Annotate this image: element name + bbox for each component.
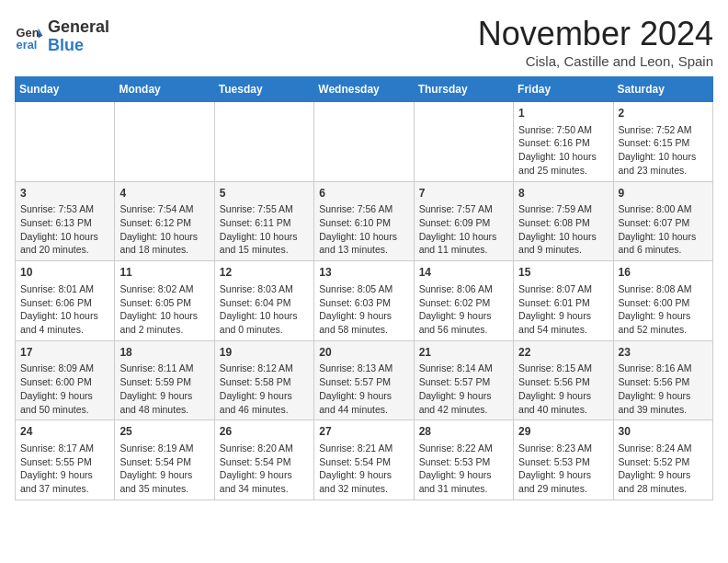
header-row: SundayMondayTuesdayWednesdayThursdayFrid…	[16, 77, 713, 102]
day-number: 10	[20, 265, 109, 281]
title-block: November 2024 Cisla, Castille and Leon, …	[478, 15, 713, 69]
day-number: 21	[419, 345, 508, 361]
calendar-cell: 7Sunrise: 7:57 AM Sunset: 6:09 PM Daylig…	[414, 181, 513, 261]
calendar-cell: 5Sunrise: 7:55 AM Sunset: 6:11 PM Daylig…	[214, 181, 313, 261]
calendar-cell: 27Sunrise: 8:21 AM Sunset: 5:54 PM Dayli…	[314, 420, 414, 500]
day-info: Sunrise: 8:08 AM Sunset: 6:00 PM Dayligh…	[619, 282, 708, 337]
day-info: Sunrise: 8:23 AM Sunset: 5:53 PM Dayligh…	[518, 442, 608, 496]
day-number: 14	[419, 265, 508, 281]
header-day: Friday	[514, 77, 613, 102]
calendar-cell: 12Sunrise: 8:03 AM Sunset: 6:04 PM Dayli…	[214, 261, 313, 341]
calendar-cell: 3Sunrise: 7:53 AM Sunset: 6:13 PM Daylig…	[16, 181, 115, 261]
logo: Gen eral General Blue	[15, 18, 109, 55]
day-info: Sunrise: 8:01 AM Sunset: 6:06 PM Dayligh…	[20, 282, 109, 337]
day-number: 26	[220, 424, 309, 440]
day-info: Sunrise: 8:11 AM Sunset: 5:59 PM Dayligh…	[119, 362, 209, 416]
calendar-cell: 16Sunrise: 8:08 AM Sunset: 6:00 PM Dayli…	[613, 261, 712, 341]
calendar-cell: 20Sunrise: 8:13 AM Sunset: 5:57 PM Dayli…	[314, 340, 414, 420]
day-info: Sunrise: 7:59 AM Sunset: 6:08 PM Dayligh…	[518, 202, 608, 257]
calendar-cell: 19Sunrise: 8:12 AM Sunset: 5:58 PM Dayli…	[214, 340, 313, 420]
day-info: Sunrise: 8:14 AM Sunset: 5:57 PM Dayligh…	[419, 362, 508, 416]
calendar-cell: 8Sunrise: 7:59 AM Sunset: 6:08 PM Daylig…	[514, 181, 613, 261]
day-number: 12	[220, 265, 309, 281]
logo-icon: Gen eral	[15, 22, 44, 52]
calendar-cell: 9Sunrise: 8:00 AM Sunset: 6:07 PM Daylig…	[613, 181, 712, 261]
day-info: Sunrise: 7:56 AM Sunset: 6:10 PM Dayligh…	[319, 202, 408, 257]
day-number: 3	[20, 186, 109, 201]
month-title: November 2024	[478, 15, 713, 53]
calendar-cell	[314, 102, 414, 182]
day-number: 7	[419, 186, 508, 201]
day-number: 22	[518, 345, 608, 361]
calendar-table: SundayMondayTuesdayWednesdayThursdayFrid…	[15, 76, 713, 500]
calendar-week: 3Sunrise: 7:53 AM Sunset: 6:13 PM Daylig…	[16, 181, 713, 261]
day-info: Sunrise: 7:55 AM Sunset: 6:11 PM Dayligh…	[220, 202, 309, 257]
day-number: 11	[119, 265, 209, 281]
calendar-header: SundayMondayTuesdayWednesdayThursdayFrid…	[16, 77, 713, 102]
day-info: Sunrise: 7:57 AM Sunset: 6:09 PM Dayligh…	[419, 202, 508, 257]
day-info: Sunrise: 8:05 AM Sunset: 6:03 PM Dayligh…	[319, 282, 408, 337]
day-number: 2	[619, 106, 708, 121]
logo-text: General Blue	[48, 18, 109, 55]
day-number: 23	[619, 345, 708, 361]
calendar-cell: 30Sunrise: 8:24 AM Sunset: 5:52 PM Dayli…	[613, 420, 712, 500]
location: Cisla, Castille and Leon, Spain	[478, 53, 713, 69]
calendar-cell	[115, 102, 214, 182]
calendar-cell: 2Sunrise: 7:52 AM Sunset: 6:15 PM Daylig…	[613, 102, 712, 182]
calendar-cell: 17Sunrise: 8:09 AM Sunset: 6:00 PM Dayli…	[16, 340, 115, 420]
calendar-cell: 18Sunrise: 8:11 AM Sunset: 5:59 PM Dayli…	[115, 340, 214, 420]
day-number: 17	[20, 345, 109, 361]
header-day: Tuesday	[214, 77, 313, 102]
calendar-week: 17Sunrise: 8:09 AM Sunset: 6:00 PM Dayli…	[16, 340, 713, 420]
day-number: 13	[319, 265, 408, 281]
calendar-cell: 21Sunrise: 8:14 AM Sunset: 5:57 PM Dayli…	[414, 340, 513, 420]
day-info: Sunrise: 8:00 AM Sunset: 6:07 PM Dayligh…	[619, 202, 708, 257]
day-info: Sunrise: 8:21 AM Sunset: 5:54 PM Dayligh…	[319, 442, 408, 496]
calendar-cell: 25Sunrise: 8:19 AM Sunset: 5:54 PM Dayli…	[115, 420, 214, 500]
calendar-cell: 4Sunrise: 7:54 AM Sunset: 6:12 PM Daylig…	[115, 181, 214, 261]
header-day: Sunday	[16, 77, 115, 102]
day-info: Sunrise: 7:54 AM Sunset: 6:12 PM Dayligh…	[119, 202, 209, 257]
day-info: Sunrise: 8:19 AM Sunset: 5:54 PM Dayligh…	[119, 442, 209, 496]
calendar-cell: 29Sunrise: 8:23 AM Sunset: 5:53 PM Dayli…	[514, 420, 613, 500]
calendar-cell	[414, 102, 513, 182]
calendar-week: 1Sunrise: 7:50 AM Sunset: 6:16 PM Daylig…	[16, 102, 713, 182]
day-number: 1	[518, 106, 608, 121]
svg-text:eral: eral	[17, 38, 38, 52]
day-number: 20	[319, 345, 408, 361]
calendar-cell	[214, 102, 313, 182]
calendar-week: 24Sunrise: 8:17 AM Sunset: 5:55 PM Dayli…	[16, 420, 713, 500]
day-number: 29	[518, 424, 608, 440]
day-info: Sunrise: 8:13 AM Sunset: 5:57 PM Dayligh…	[319, 362, 408, 416]
day-info: Sunrise: 7:53 AM Sunset: 6:13 PM Dayligh…	[20, 202, 109, 257]
calendar-cell: 15Sunrise: 8:07 AM Sunset: 6:01 PM Dayli…	[514, 261, 613, 341]
day-number: 4	[119, 186, 209, 201]
day-info: Sunrise: 8:06 AM Sunset: 6:02 PM Dayligh…	[419, 282, 508, 337]
day-number: 25	[119, 424, 209, 440]
header-day: Wednesday	[314, 77, 414, 102]
day-info: Sunrise: 8:09 AM Sunset: 6:00 PM Dayligh…	[20, 362, 109, 416]
day-number: 30	[619, 424, 708, 440]
day-info: Sunrise: 8:20 AM Sunset: 5:54 PM Dayligh…	[220, 442, 309, 496]
day-info: Sunrise: 8:02 AM Sunset: 6:05 PM Dayligh…	[119, 282, 209, 337]
calendar-cell: 28Sunrise: 8:22 AM Sunset: 5:53 PM Dayli…	[414, 420, 513, 500]
day-info: Sunrise: 8:22 AM Sunset: 5:53 PM Dayligh…	[419, 442, 508, 496]
calendar-cell: 26Sunrise: 8:20 AM Sunset: 5:54 PM Dayli…	[214, 420, 313, 500]
calendar-cell: 11Sunrise: 8:02 AM Sunset: 6:05 PM Dayli…	[115, 261, 214, 341]
day-number: 27	[319, 424, 408, 440]
logo-line2: Blue	[48, 37, 109, 55]
day-number: 8	[518, 186, 608, 201]
day-info: Sunrise: 7:50 AM Sunset: 6:16 PM Dayligh…	[518, 123, 608, 178]
header-day: Monday	[115, 77, 214, 102]
page-header: Gen eral General Blue November 2024 Cisl…	[15, 15, 713, 69]
day-number: 28	[419, 424, 508, 440]
calendar-cell	[16, 102, 115, 182]
day-number: 19	[220, 345, 309, 361]
calendar-cell: 10Sunrise: 8:01 AM Sunset: 6:06 PM Dayli…	[16, 261, 115, 341]
calendar-cell: 1Sunrise: 7:50 AM Sunset: 6:16 PM Daylig…	[514, 102, 613, 182]
calendar-cell: 24Sunrise: 8:17 AM Sunset: 5:55 PM Dayli…	[16, 420, 115, 500]
day-number: 24	[20, 424, 109, 440]
day-info: Sunrise: 8:03 AM Sunset: 6:04 PM Dayligh…	[220, 282, 309, 337]
calendar-cell: 14Sunrise: 8:06 AM Sunset: 6:02 PM Dayli…	[414, 261, 513, 341]
logo-line1: General	[48, 18, 109, 37]
